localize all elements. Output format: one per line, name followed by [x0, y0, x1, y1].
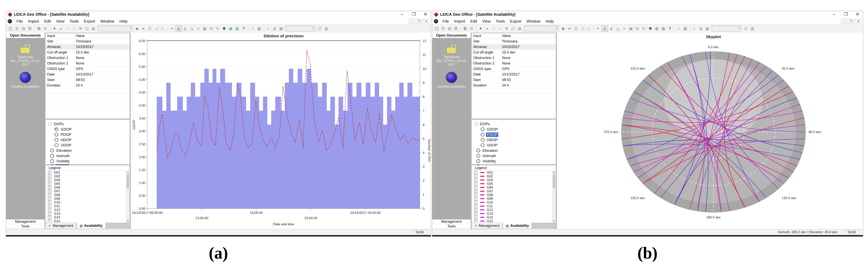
legend-item-g05[interactable]: ✓G05 — [472, 182, 552, 185]
tree-item-gdop[interactable]: GDOP — [55, 127, 130, 132]
paste-icon[interactable]: ⧉ — [42, 26, 49, 31]
menu-export[interactable]: Export — [81, 19, 98, 24]
scrollbar-thumb[interactable] — [127, 175, 129, 188]
legend-item-g06[interactable]: ✓G06 — [45, 185, 126, 189]
legend-item-g08[interactable]: ✓G08 — [45, 193, 126, 197]
print-icon[interactable]: ⎙ — [21, 26, 27, 31]
document-item[interactable]: Topolovatu Mic_STATIC_23.10. 2017 — [432, 45, 471, 67]
menu-import[interactable]: Import — [25, 19, 42, 24]
checkbox-icon[interactable]: ✓ — [48, 197, 51, 200]
vdop-radio[interactable] — [481, 143, 485, 147]
new-icon[interactable]: ▢ — [434, 26, 440, 31]
table-row[interactable]: Date10/13/2017 — [45, 72, 130, 77]
menu-view[interactable]: View — [54, 19, 67, 24]
legend-item-g03[interactable]: ✓G03 — [45, 178, 126, 182]
angle2-tool-icon[interactable]: ∠ — [182, 26, 188, 31]
checkbox-icon[interactable]: ✓ — [474, 204, 477, 208]
angle-tool-icon[interactable]: ∠ — [601, 25, 608, 32]
checkbox-icon[interactable]: ✓ — [474, 182, 477, 185]
scroll-up-icon[interactable]: ▲ — [552, 171, 556, 174]
checkbox-icon[interactable]: ✓ — [48, 186, 51, 189]
menu-edit[interactable]: Edit — [42, 19, 54, 24]
legend-item-g13[interactable]: ✓G13 — [472, 212, 552, 215]
table-row[interactable]: GNSS typeGPS — [472, 66, 556, 72]
tree-item-vdop[interactable]: VDOP — [55, 143, 130, 148]
menu-import[interactable]: Import — [452, 19, 468, 24]
layers-icon[interactable]: ◫ — [510, 26, 516, 31]
legend-scrollbar[interactable]: ▲ ▼ — [126, 171, 130, 223]
legend-item-g09[interactable]: ✓G09 — [472, 197, 552, 201]
legend-item-g12[interactable]: ✓G12 — [472, 208, 552, 212]
zoom-in-icon[interactable]: ⌕ — [484, 26, 490, 31]
vdop-radio[interactable] — [55, 143, 58, 147]
menu-tools[interactable]: Tools — [67, 19, 81, 24]
menu-window[interactable]: Window — [524, 19, 543, 24]
tree-collapse-icon[interactable]: − — [49, 122, 52, 126]
globe2-icon[interactable]: ◍ — [272, 26, 278, 31]
tree-item-visibility[interactable]: Visibility — [50, 158, 130, 164]
point-tool-icon[interactable]: ➢ — [621, 26, 627, 31]
gdop-radio[interactable] — [55, 127, 58, 131]
menu-edit[interactable]: Edit — [468, 19, 479, 24]
checkbox-icon[interactable]: ✓ — [474, 186, 477, 189]
child-minimize-icon[interactable]: – — [409, 19, 415, 24]
monitor-icon[interactable]: ⌗ — [250, 26, 256, 31]
menu-help[interactable]: Help — [543, 19, 556, 24]
tree-item-visibility[interactable]: Visibility — [476, 158, 556, 164]
checkbox-icon[interactable]: ✓ — [474, 193, 477, 197]
toolbar-combobox[interactable] — [285, 26, 315, 31]
table-row[interactable]: GNSS typeGPS — [45, 66, 130, 72]
pan-icon[interactable]: ✥ — [503, 26, 509, 31]
navigate-icon[interactable]: ◈ — [560, 26, 566, 31]
menu-view[interactable]: View — [479, 19, 493, 24]
point-tool-icon[interactable]: ➢ — [195, 26, 201, 31]
export-view-icon[interactable]: ◍ — [517, 26, 523, 31]
checkbox-icon[interactable]: ✓ — [474, 216, 477, 219]
copy-icon[interactable]: ⧉ — [462, 26, 468, 31]
print-preview-icon[interactable]: ⎘ — [27, 26, 33, 31]
table-row[interactable]: Start08:53 — [45, 77, 130, 83]
child-close-icon[interactable]: ✕ — [423, 19, 429, 24]
table-tool-icon[interactable]: ⊞ — [208, 26, 214, 31]
close-icon[interactable]: ✕ — [854, 12, 861, 17]
menu-help[interactable]: Help — [117, 19, 130, 24]
checkbox-icon[interactable]: ✓ — [474, 208, 477, 211]
restore-icon[interactable]: ❐ — [842, 12, 849, 17]
checkbox-icon[interactable]: ✓ — [474, 201, 477, 204]
tree-root-dops[interactable]: −DOPs — [475, 121, 556, 127]
toolbar-combobox[interactable] — [712, 26, 742, 31]
menu-export[interactable]: Export — [507, 19, 524, 24]
toolbar-combobox[interactable] — [524, 26, 559, 31]
checkbox-icon[interactable]: ✓ — [48, 189, 51, 193]
child-close-icon[interactable]: ✕ — [855, 19, 861, 24]
legend-item-g11[interactable]: ✓G11 — [45, 204, 126, 208]
columns-icon[interactable]: ▥ — [323, 26, 329, 31]
navigate-icon[interactable]: ◈ — [134, 26, 140, 31]
hdop-radio[interactable] — [55, 138, 58, 142]
grid2-icon[interactable]: ▦ — [278, 26, 284, 31]
checkbox-icon[interactable]: ✓ — [48, 201, 51, 204]
close-icon[interactable]: ✕ — [422, 12, 429, 17]
copy-icon[interactable]: ⧉ — [36, 26, 42, 31]
pdop-radio[interactable] — [55, 133, 58, 137]
check-icon[interactable]: ☑ — [317, 26, 323, 31]
zoom-in-icon[interactable]: ⌕ — [58, 26, 64, 31]
forward-icon[interactable]: ▷ — [586, 26, 592, 31]
tab-management[interactable]: ❖Management — [45, 223, 76, 229]
new-icon[interactable]: ▢ — [7, 26, 13, 31]
tab-availability[interactable]: ▤Availability — [76, 223, 106, 229]
columns-icon[interactable]: ▥ — [749, 26, 755, 31]
star-icon[interactable]: ✱ — [221, 26, 227, 31]
tag-tool-icon[interactable]: ▣ — [628, 26, 634, 31]
legend-item-g15[interactable]: ✓G15 — [45, 219, 126, 223]
document-item[interactable]: Topolovatu Mic_STATIC_23.10. 2017 — [6, 45, 44, 67]
scroll-down-icon[interactable]: ▼ — [126, 219, 130, 223]
checkbox-icon[interactable]: ✓ — [474, 212, 477, 215]
tree-item-pdop[interactable]: PDOP — [481, 132, 556, 137]
tab-availability[interactable]: ▤Availability — [503, 223, 532, 229]
redline-icon[interactable]: ✦ — [477, 26, 484, 31]
legend-item-g15[interactable]: ✓G15 — [472, 219, 552, 223]
list-icon[interactable]: ☰ — [573, 26, 579, 31]
management-panel-button[interactable]: Management — [432, 219, 471, 224]
checkbox-icon[interactable]: ✓ — [474, 175, 477, 178]
